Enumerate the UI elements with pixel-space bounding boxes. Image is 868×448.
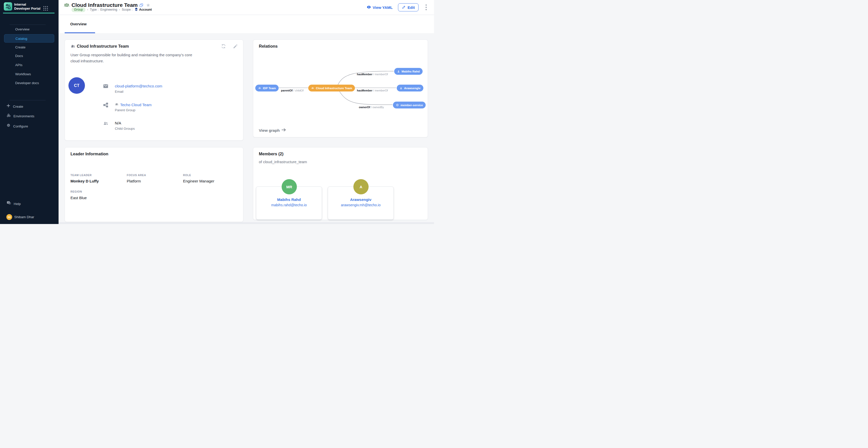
user-menu[interactable]: SD Shibam Dhar	[6, 214, 34, 220]
sidebar-accent-rule	[3, 13, 55, 13]
edit-button[interactable]: Edit	[398, 3, 418, 11]
people-icon	[103, 121, 108, 126]
sidebar-divider	[10, 25, 45, 25]
field-label: REGION	[70, 190, 82, 193]
tab-bar: Overview	[59, 15, 434, 33]
field-label: ROLE	[183, 173, 191, 177]
graph-node-idp-team[interactable]: IDP Team	[255, 85, 279, 92]
separator-dot: •	[119, 8, 120, 11]
graph-node-mabihs-rahd[interactable]: Mabihs Rahd	[394, 68, 423, 75]
sidebar-tool-label: Configure	[13, 123, 28, 129]
bottom-scroll-band	[59, 222, 434, 224]
edge-label-hasmember-mid: hasMember / memberOf	[357, 89, 388, 92]
kebab-menu-icon[interactable]	[425, 4, 427, 11]
mail-icon	[103, 84, 108, 89]
sidebar-tool-create[interactable]: Create	[6, 104, 23, 110]
row-label: Child Groups	[115, 127, 135, 130]
field-label: TEAM LEADER	[70, 173, 92, 177]
sidebar-item-workflows[interactable]: Workflows	[15, 71, 31, 77]
app-logo-icon[interactable]	[4, 2, 12, 11]
sidebar-item-overview[interactable]: Overview	[15, 26, 29, 32]
edge-label-hasmember-top: hasMember / memberOf	[357, 73, 388, 76]
entity-overview-card: Cloud Infrastructure Team User Group res…	[65, 39, 243, 141]
copy-icon[interactable]	[139, 3, 144, 7]
card-title: Cloud Infrastructure Team	[77, 44, 129, 49]
card-title: Members (2)	[259, 152, 283, 156]
parent-group-link[interactable]: Techo Cloud Team	[120, 103, 152, 107]
arrow-right-icon	[281, 128, 286, 133]
scope-label: Scope :	[122, 8, 132, 11]
svg-text:?: ?	[8, 201, 9, 204]
refresh-icon[interactable]	[221, 43, 226, 49]
edit-pencil-icon[interactable]	[233, 43, 238, 49]
email-link[interactable]: cloud-platform@techco.com	[115, 84, 162, 88]
scope-value: Account	[134, 7, 152, 12]
sidebar-item-docs[interactable]: Docs	[15, 53, 23, 59]
tab-overview[interactable]: Overview	[70, 22, 87, 26]
entity-avatar: CT	[68, 77, 85, 94]
sidebar: Internal Developer Portal Overview Catal…	[0, 0, 59, 224]
field-label: FOCUS AREA	[127, 173, 146, 177]
member-email-link[interactable]: arawsengiv.mh@techo.io	[328, 203, 394, 207]
sidebar-item-developer-docs[interactable]: Developer docs	[15, 80, 39, 86]
entity-badge: Group	[71, 7, 86, 12]
plus-icon	[6, 104, 10, 110]
view-yaml-button[interactable]: View YAML	[367, 5, 393, 10]
field-value-team-leader: Monkey D Luffy	[70, 179, 99, 183]
user-name: Shibam Dhar	[14, 215, 34, 219]
entity-meta: Group • Type : Engineering • Scope : Acc…	[71, 7, 152, 12]
email-row: cloud-platform@techco.com Email	[103, 83, 214, 96]
hierarchy-icon	[103, 102, 108, 108]
sidebar-divider	[10, 100, 45, 100]
help-icon: ?	[6, 200, 11, 207]
member-name-link[interactable]: Arawsengiv	[328, 197, 394, 202]
row-label: Email	[115, 90, 123, 94]
gear-icon	[6, 123, 11, 129]
sidebar-tool-configure[interactable]: Configure	[6, 123, 28, 129]
apps-grid-icon[interactable]	[42, 5, 49, 11]
card-title: Leader Information	[70, 152, 108, 156]
parent-group-row: Techo Cloud Team Parent Group	[103, 102, 214, 115]
sidebar-item-catalog[interactable]: Catalog	[4, 34, 54, 42]
member-card: MR Mabihs Rahd mabihs.rahd@techo.io	[256, 187, 322, 220]
help-button[interactable]: ? Help	[6, 200, 21, 207]
people-icon	[70, 44, 75, 49]
app-title: Internal Developer Portal	[14, 3, 42, 11]
type-label: Type :	[90, 8, 99, 11]
members-card: Members (2) of cloud_infrastructure_team…	[253, 147, 428, 220]
field-value-role: Engineer Manager	[183, 179, 214, 183]
pencil-icon	[402, 5, 406, 10]
leader-information-card: Leader Information TEAM LEADER Monkey D …	[65, 147, 243, 222]
member-avatar: MR	[282, 179, 297, 194]
member-name-link[interactable]: Mabihs Rahd	[256, 197, 322, 202]
member-avatar: A	[353, 179, 369, 194]
layers-icon	[134, 7, 138, 12]
user-avatar: SD	[6, 214, 12, 220]
sidebar-tool-environments[interactable]: Environments	[6, 113, 34, 120]
row-label: Parent Group	[115, 108, 135, 112]
type-value: Engineering	[100, 8, 117, 11]
member-card: A Arawsengiv arawsengiv.mh@techo.io	[328, 187, 394, 220]
sidebar-item-create[interactable]: Create	[15, 44, 26, 51]
separator-dot: •	[87, 8, 88, 11]
sidebar-item-apis[interactable]: APIs	[15, 62, 23, 68]
field-value-region: East Blue	[70, 196, 87, 200]
entity-description: User Group responsible for building and …	[70, 52, 198, 64]
graph-node-member-service[interactable]: member-service	[393, 102, 426, 108]
eye-icon	[367, 5, 371, 10]
help-label: Help	[14, 201, 21, 207]
mini-people-icon	[115, 102, 119, 107]
sidebar-tool-label: Environments	[13, 113, 34, 119]
member-email-link[interactable]: mabihs.rahd@techo.io	[256, 203, 322, 207]
graph-node-cloud-infrastructure-team[interactable]: Cloud Infrastructure Team	[308, 85, 355, 92]
page-header: Cloud Infrastructure Team Group • Type :…	[59, 0, 434, 15]
edge-label-ownerof: ownerOf / ownedBy	[359, 106, 384, 109]
child-groups-value: N/A	[115, 121, 121, 125]
edge-label-parentof: parentOf / childOf	[281, 89, 304, 92]
view-graph-link[interactable]: View graph	[259, 128, 286, 133]
graph-node-arawsengiv[interactable]: Arawsengiv	[397, 85, 423, 92]
hexagons-icon	[6, 113, 11, 120]
group-icon	[64, 2, 69, 8]
relations-card: Relations IDP Team Cloud Infrastructure …	[253, 39, 428, 137]
relations-graph: IDP Team Cloud Infrastructure Team Mabih…	[253, 40, 428, 137]
